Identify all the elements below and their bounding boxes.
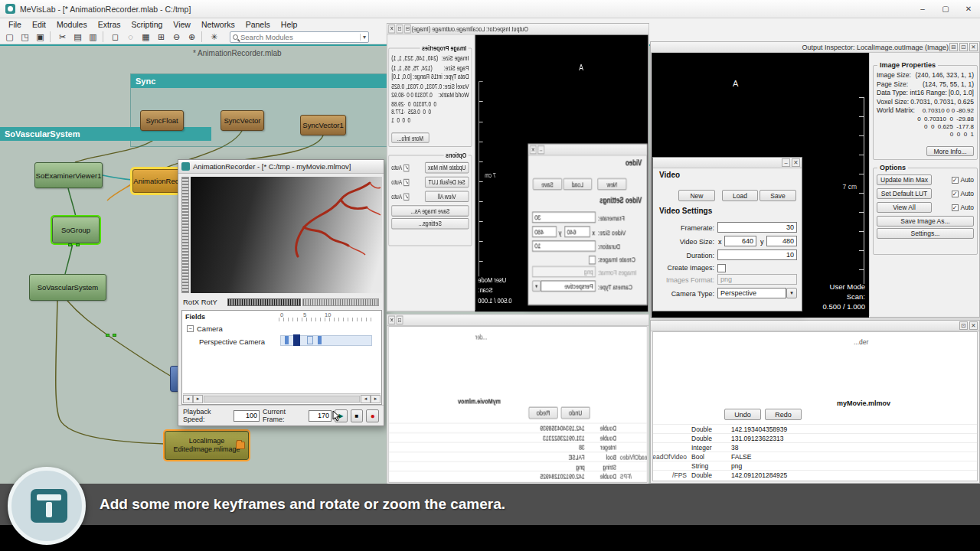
scroll-right-icon[interactable]: ▸ [193,395,203,403]
connector-dot[interactable] [106,334,109,337]
new-button[interactable]: New [678,190,715,201]
close-icon[interactable]: ✕ [969,321,978,330]
module-syncvector1[interactable]: SyncVector1 [300,115,346,135]
timeline-ruler[interactable] [279,318,375,321]
menu-edit[interactable]: Edit [27,20,51,29]
table-row[interactable]: Stringpng [653,461,977,470]
close-icon[interactable]: ✕ [792,158,800,167]
video-dialog-title-bar[interactable]: – ✕ [528,145,646,156]
video-height-field[interactable]: 480 [532,226,557,237]
minimize-icon[interactable]: – [911,2,934,17]
menu-extras[interactable]: Extras [93,20,126,29]
table-row[interactable]: steadOfVideoBoolFALSE [389,452,647,461]
module-soexaminerviewer1[interactable]: SoExaminerViewer1 [34,162,103,188]
search-input[interactable] [240,33,358,41]
open-icon[interactable]: ◳ [18,31,32,43]
auto-checkbox[interactable]: ✓ [404,178,410,185]
load-button[interactable]: Load [564,178,592,191]
search-box[interactable]: ▾ [230,31,369,43]
more-info-button[interactable]: More Info... [926,146,974,156]
new-button[interactable]: New [597,178,626,191]
scroll-track[interactable] [204,396,360,403]
keyframe-marker[interactable] [285,336,289,344]
load-button[interactable]: Load [722,190,758,201]
save-button[interactable]: Save [760,190,796,201]
menu-scripting[interactable]: Scripting [126,20,168,29]
network-spider-icon[interactable]: ✳ [207,31,221,43]
minimize-icon[interactable]: – [782,158,790,167]
update-min-max-button[interactable]: Update Min Max [425,162,469,174]
zoom-out-icon[interactable]: ⊖ [169,31,184,43]
video-width-field[interactable]: 640 [564,226,590,237]
float-icon[interactable]: ⊡ [397,24,403,33]
float-icon[interactable]: ⊡ [959,43,968,51]
undo-button[interactable]: Undo [561,407,590,419]
table-row[interactable]: Stringpng [389,461,647,471]
table-row[interactable]: Integer38 [653,442,977,452]
camera-type-select[interactable]: Perspective [541,280,596,292]
close-icon[interactable]: ✕ [957,2,980,17]
search-dropdown-icon[interactable]: ▾ [360,34,366,41]
close-icon[interactable]: ✕ [388,24,395,33]
framerate-field[interactable]: 30 [717,222,797,233]
redo-button[interactable]: Redo [528,407,557,419]
horizontal-scrollbar[interactable]: ◂ ▸ ◂ ▸ [183,393,381,403]
rotation-slider[interactable] [181,177,189,293]
fit-view-icon[interactable]: ⊞ [154,31,168,43]
auto-checkbox[interactable]: ✓ [952,177,959,184]
video-height-field[interactable]: 480 [766,236,797,246]
panel-title-bar[interactable]: Output Inspector: LocalImage.outImage (I… [387,24,648,35]
table-row[interactable]: Double131.09123622313 [389,432,647,442]
camera-preview[interactable] [191,177,382,293]
paste-icon[interactable]: ▥ [86,31,100,43]
table-row[interactable]: Double142.193404358939 [653,424,977,433]
maximize-icon[interactable]: ▢ [934,2,957,17]
undo-button[interactable]: Undo [724,409,761,420]
dialog-title-bar[interactable]: AnimationRecorder - [* C:/tmp - myMovie.… [178,160,384,174]
folder-icon[interactable] [236,442,245,449]
rot-track-light[interactable] [302,298,379,306]
menu-help[interactable]: Help [276,20,303,29]
float-icon[interactable]: ⊡ [397,315,403,324]
scroll-left-icon[interactable]: ◂ [183,395,193,403]
playback-speed-input[interactable] [234,410,260,422]
rot-track[interactable] [227,298,301,306]
module-syncfloat[interactable]: SyncFloat [140,110,184,131]
lasso-icon[interactable]: ◌ [123,31,138,43]
set-default-lut-button[interactable]: Set Default LUT [877,188,932,199]
dock-icon[interactable]: ⊟ [404,24,411,33]
scroll-right-icon[interactable]: ▸ [371,395,381,403]
keyframe-marker[interactable] [307,336,313,344]
auto-checkbox[interactable]: ✓ [404,193,410,200]
cut-icon[interactable]: ✂ [55,31,70,43]
video-dialog-title-bar[interactable]: – ✕ [653,158,802,168]
table-row[interactable]: /FPSDouble142.091201284925 [653,470,977,479]
view-all-button[interactable]: View All [877,202,932,213]
auto-checkbox[interactable]: ✓ [952,204,959,211]
duration-field[interactable]: 10 [717,249,797,260]
more-info-button[interactable]: More Info... [391,132,429,143]
zoom-in-icon[interactable]: ⊕ [185,31,199,43]
create-images-checkbox[interactable] [589,256,596,264]
close-icon[interactable]: ✕ [530,145,537,154]
auto-checkbox[interactable]: ✓ [404,164,410,171]
close-icon[interactable]: ✕ [969,43,978,51]
layout-icon[interactable]: ▦ [139,31,153,43]
table-row[interactable]: Double142.193404358939 [389,423,647,433]
video-width-field[interactable]: 640 [724,236,756,246]
scroll-left-icon[interactable]: ◂ [361,395,371,403]
current-frame-input[interactable] [309,410,332,422]
menu-file[interactable]: File [3,20,27,29]
menu-view[interactable]: View [168,20,196,29]
save-icon[interactable]: ▣ [33,31,47,43]
minimize-icon[interactable]: – [537,145,544,154]
module-sogroup[interactable]: SoGroup [52,217,100,243]
stop-button[interactable]: ■ [351,409,364,422]
record-button[interactable]: ● [366,409,379,422]
set-default-lut-button[interactable]: Set Default LUT [425,177,469,188]
settings-button[interactable]: Settings... [391,218,469,230]
menu-panels[interactable]: Panels [240,20,276,29]
module-syncvector[interactable]: SyncVector [220,110,264,131]
module-localimage[interactable]: LocalImage EditedImage.mlimage [165,431,249,460]
save-image-as-button[interactable]: Save Image As... [877,216,974,227]
